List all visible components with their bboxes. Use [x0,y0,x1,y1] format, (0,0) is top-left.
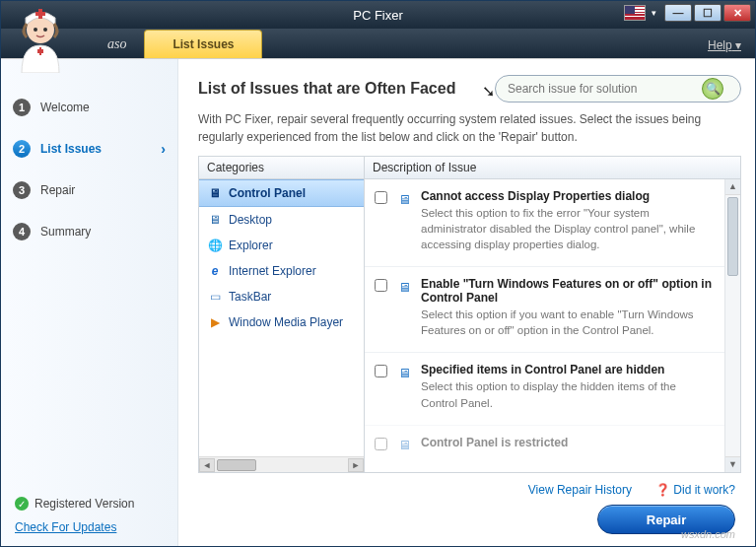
horizontal-scrollbar[interactable]: ◄ ► [199,456,364,472]
maximize-button[interactable]: ☐ [694,4,722,22]
step-number: 2 [13,140,31,158]
issue-row[interactable]: 🖥 Control Panel is restricted [365,425,724,468]
issue-desc: Select this option to fix the error "You… [421,205,713,252]
step-label: Welcome [40,101,90,114]
step-number: 1 [13,99,31,116]
scroll-right-icon[interactable]: ► [348,458,364,472]
issue-icon: 🖥 [395,190,413,208]
issue-row[interactable]: 🖥 Specified items in Control Panel are h… [365,352,724,424]
page-title: List of Issues that are Often Faced [198,80,455,98]
registered-status: ✓ Registered Version [15,497,164,511]
window-title: PC Fixer [353,8,403,23]
issue-icon: 🖥 [395,364,413,381]
issue-icon: 🖥 [395,437,413,454]
issue-icon: 🖥 [395,278,413,296]
did-it-work-link[interactable]: ❓ Did it work? [655,483,735,497]
main-content: List of Issues that are Often Faced ➘ 🔍 … [178,59,755,546]
issue-checkbox[interactable] [375,191,387,204]
issue-checkbox[interactable] [375,365,387,377]
app-window: PC Fixer ▾ — ☐ ✕ aso List Issues Help ▾ [0,0,756,547]
issue-row[interactable]: 🖥 Cannot access Display Properties dialo… [365,179,724,266]
chevron-right-icon: › [161,141,166,157]
step-label: Repair [40,183,75,197]
tab-list-issues[interactable]: List Issues [144,30,262,58]
issue-desc: Select this option to display the hidden… [421,378,713,410]
sidebar: 1 Welcome 2 List Issues › 3 Repair 4 Sum… [1,59,178,546]
scroll-thumb[interactable] [727,197,738,276]
issues-header: Description of Issue [365,157,740,179]
help-link[interactable]: Help ▾ [708,38,741,52]
view-history-link[interactable]: View Repair History [528,483,632,497]
globe-icon: 🌐 [207,238,223,253]
titlebar: PC Fixer ▾ — ☐ ✕ [1,1,755,29]
desktop-icon: 🖥 [207,212,223,228]
pointer-arrow-icon: ➘ [482,82,495,101]
category-control-panel[interactable]: 🖥 Control Panel [199,179,364,207]
app-mascot-icon [6,4,75,73]
minimize-button[interactable]: — [664,4,692,22]
language-flag-icon[interactable] [624,5,646,21]
tab-aso[interactable]: aso [90,31,144,58]
issue-title: Enable "Turn Windows Features on or off"… [421,277,713,305]
category-taskbar[interactable]: ▭ TaskBar [199,284,364,309]
category-wmp[interactable]: ▶ Window Media Player [199,309,364,335]
scroll-thumb[interactable] [217,459,256,471]
issue-desc: Select this option if you want to enable… [421,307,713,338]
scroll-down-icon[interactable]: ▼ [725,456,740,472]
step-number: 4 [13,223,31,240]
check-updates-link[interactable]: Check For Updates [15,520,116,534]
issue-checkbox[interactable] [375,279,387,292]
svg-point-4 [43,28,47,32]
page-description: With PC Fixer, repair several frequently… [198,110,741,146]
issue-checkbox[interactable] [375,438,387,450]
step-welcome[interactable]: 1 Welcome [1,87,177,128]
issue-title: Cannot access Display Properties dialog [421,189,713,203]
svg-rect-2 [38,9,42,19]
issue-title: Control Panel is restricted [421,436,713,449]
step-repair[interactable]: 3 Repair [1,170,177,211]
step-label: List Issues [40,142,102,156]
step-list-issues[interactable]: 2 List Issues › [1,128,177,170]
step-number: 3 [13,181,31,199]
category-desktop[interactable]: 🖥 Desktop [199,207,364,233]
question-icon: ❓ [655,483,670,497]
issue-row[interactable]: 🖥 Enable "Turn Windows Features on or of… [365,266,724,352]
categories-header: Categories [199,157,364,179]
menubar: aso List Issues Help ▾ [1,29,755,58]
language-dropdown-icon[interactable]: ▾ [652,8,656,18]
svg-point-3 [34,28,37,32]
scroll-left-icon[interactable]: ◄ [199,458,215,472]
svg-rect-6 [39,47,41,55]
check-icon: ✓ [15,497,29,511]
search-button[interactable]: 🔍 [702,78,723,100]
watermark: wsxdn.com [681,528,735,540]
categories-pane: Categories 🖥 Control Panel 🖥 Desktop 🌐 [199,157,365,472]
close-button[interactable]: ✕ [723,4,751,22]
category-explorer[interactable]: 🌐 Explorer [199,233,364,258]
step-summary[interactable]: 4 Summary [1,211,177,252]
scroll-up-icon[interactable]: ▲ [725,179,740,195]
media-player-icon: ▶ [207,314,223,330]
category-ie[interactable]: e Internet Explorer [199,258,364,284]
taskbar-icon: ▭ [207,289,223,305]
step-label: Summary [40,225,91,239]
ie-icon: e [207,263,223,279]
control-panel-icon: 🖥 [207,185,223,201]
vertical-scrollbar[interactable]: ▲ ▼ [724,179,740,472]
issues-pane: Description of Issue 🖥 Cannot access Dis… [365,157,740,472]
issue-title: Specified items in Control Panel are hid… [421,363,713,376]
